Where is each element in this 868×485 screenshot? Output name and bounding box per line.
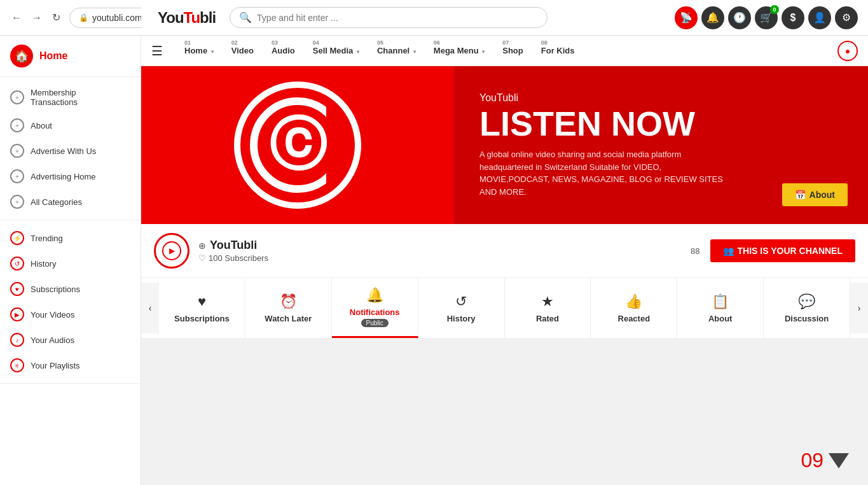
banner-right: YouTubli LISTEN NOW A global online vide… — [454, 66, 868, 224]
nav-item-home[interactable]: 01 Home ▾ — [176, 36, 223, 66]
banner-logo-area: ⓒ — [234, 81, 361, 209]
tabs-next-button[interactable]: › — [850, 283, 868, 334]
footer-arrow-icon — [829, 453, 849, 468]
main-content: ⓒ YouTubli LISTEN NOW A global online vi… — [141, 66, 868, 485]
about-icon: + — [10, 118, 24, 132]
clock-button[interactable]: 🕐 — [728, 6, 751, 29]
user-plus-button[interactable]: 👤 — [808, 6, 831, 29]
nav-item-audio[interactable]: 03 Audio — [263, 36, 304, 66]
banner-description: A global online video sharing and social… — [479, 148, 734, 198]
broadcast-button[interactable]: 📡 — [675, 6, 698, 29]
tab-reacted-label: Reacted — [618, 314, 651, 323]
nav-num-05: 05 — [377, 39, 383, 46]
footer-number: 09 — [801, 449, 849, 472]
footer-num-text: 09 — [801, 449, 823, 472]
tab-subscriptions-icon: ♥ — [198, 293, 206, 310]
advertise-label: Advertise With Us — [31, 146, 96, 156]
logo-bli: bli — [200, 9, 216, 26]
banner-subtitle: YouTubli — [479, 92, 843, 104]
tabs-prev-button[interactable]: ‹ — [141, 283, 159, 334]
tab-notifications[interactable]: 🔔 Notifications Public — [332, 278, 418, 338]
tab-reacted[interactable]: 👍 Reacted — [591, 278, 677, 338]
your-videos-label: Your Videos — [31, 310, 74, 320]
cart-btn-wrapper: 🛒 0 — [755, 6, 778, 29]
membership-icon: + — [10, 90, 24, 104]
logo-tu: Tu — [184, 9, 200, 26]
heart-icon: ♡ — [198, 253, 206, 263]
subscriptions-label: Subscriptions — [31, 285, 80, 294]
tab-history-icon: ↺ — [455, 293, 467, 310]
back-button[interactable]: ← — [8, 10, 25, 26]
banner-left: ⓒ — [141, 66, 454, 224]
forward-button[interactable]: → — [28, 10, 46, 26]
refresh-button[interactable]: ↻ — [48, 9, 64, 26]
navbar: ☰ 01 Home ▾ 02 Video 03 Audio 04 Sell Me… — [141, 36, 868, 66]
main-topbar: YouTubli 🔍 📡 🔔 🕐 🛒 0 $ 👤 ⚙ — [141, 0, 868, 36]
tab-notifications-icon: 🔔 — [366, 287, 383, 304]
sidebar-item-your-videos[interactable]: ▶ Your Videos — [0, 302, 141, 327]
bell-button[interactable]: 🔔 — [701, 6, 724, 29]
nav-item-mega-menu[interactable]: 06 Mega Menu ▾ — [425, 36, 493, 66]
channel-location-icon: ⊕ — [198, 241, 206, 251]
tab-discussion-label: Discussion — [785, 314, 829, 323]
nav-item-video[interactable]: 02 Video — [223, 36, 263, 66]
banner-about-button[interactable]: 📅 About — [782, 183, 848, 206]
sidebar-item-advertise[interactable]: + Advertise With Us — [0, 138, 141, 164]
tab-subscriptions[interactable]: ♥ Subscriptions — [159, 278, 245, 338]
tab-about[interactable]: 📋 About — [677, 278, 764, 338]
search-bar[interactable]: 🔍 — [230, 7, 548, 28]
sidebar-item-all-categories[interactable]: + All Categories — [0, 189, 141, 214]
tab-watch-later[interactable]: ⏰ Watch Later — [245, 278, 332, 338]
history-label: History — [31, 259, 56, 269]
tab-notifications-badge: Public — [361, 319, 389, 327]
nav-item-sell-media[interactable]: 04 Sell Media ▾ — [304, 36, 368, 66]
sidebar-item-your-playlists[interactable]: ≡ Your Playlists — [0, 353, 141, 378]
nav-label-home: Home ▾ — [184, 46, 214, 55]
tab-discussion-icon: 💬 — [798, 293, 815, 310]
nav-label-shop: Shop — [502, 46, 523, 55]
trending-icon: ⚡ — [10, 231, 24, 245]
channel-name: YouTubli — [210, 239, 257, 252]
tabs-bar: ‹ ♥ Subscriptions ⏰ Watch Later 🔔 Notifi… — [141, 278, 868, 339]
search-input[interactable] — [257, 13, 538, 23]
subscriptions-icon: ♥ — [10, 282, 24, 296]
sidebar-item-advertising-home[interactable]: + Advertising Home — [0, 164, 141, 189]
dollar-button[interactable]: $ — [782, 6, 804, 29]
nav-num-06: 06 — [434, 39, 440, 46]
sidebar: 🏠 Home + MembershipTransactions + About … — [0, 36, 141, 485]
logo: YouTubli — [158, 9, 216, 27]
nav-num-03: 03 — [272, 39, 278, 46]
sidebar-home[interactable]: 🏠 Home — [0, 36, 141, 77]
broadcast-btn-wrapper: 📡 — [675, 6, 698, 29]
nav-end-button[interactable]: ● — [837, 41, 858, 61]
sidebar-item-about[interactable]: + About — [0, 113, 141, 138]
trending-label: Trending — [31, 234, 63, 243]
your-playlists-icon: ≡ — [10, 358, 24, 372]
channel-meta: ⊕ YouTubli ♡ 100 Subscribers — [198, 239, 691, 263]
history-icon: ↺ — [10, 257, 24, 271]
tab-discussion[interactable]: 💬 Discussion — [764, 278, 850, 338]
settings-button[interactable]: ⚙ — [835, 6, 858, 29]
your-channel-label: THIS IS YOUR CHANNEL — [738, 246, 843, 256]
tab-about-label: About — [708, 314, 733, 323]
channel-name-row: ⊕ YouTubli — [198, 239, 691, 252]
sidebar-item-your-audios[interactable]: ♪ Your Audios — [0, 327, 141, 353]
channel-avatar: ▶ — [154, 233, 189, 269]
tab-rated[interactable]: ★ Rated — [505, 278, 591, 338]
nav-item-channel[interactable]: 05 Channel ▾ — [368, 36, 425, 66]
outer-circle: ⓒ — [234, 81, 361, 209]
sidebar-item-subscriptions[interactable]: ♥ Subscriptions — [0, 276, 141, 302]
tab-history[interactable]: ↺ History — [418, 278, 505, 338]
search-icon: 🔍 — [239, 11, 252, 24]
sidebar-item-membership[interactable]: + MembershipTransactions — [0, 82, 141, 113]
hamburger-button[interactable]: ☰ — [151, 43, 163, 59]
sidebar-item-trending[interactable]: ⚡ Trending — [0, 225, 141, 251]
tabs-scroll: ♥ Subscriptions ⏰ Watch Later 🔔 Notifica… — [159, 278, 850, 338]
your-audios-label: Your Audios — [31, 335, 74, 345]
about-label: About — [31, 121, 52, 130]
nav-item-for-kids[interactable]: 08 For Kids — [532, 36, 584, 66]
nav-item-shop[interactable]: 07 Shop — [493, 36, 532, 66]
sidebar-item-history[interactable]: ↺ History — [0, 251, 141, 276]
this-is-your-channel-button[interactable]: 👥 THIS IS YOUR CHANNEL — [710, 239, 855, 262]
users-icon: 👥 — [723, 246, 734, 256]
